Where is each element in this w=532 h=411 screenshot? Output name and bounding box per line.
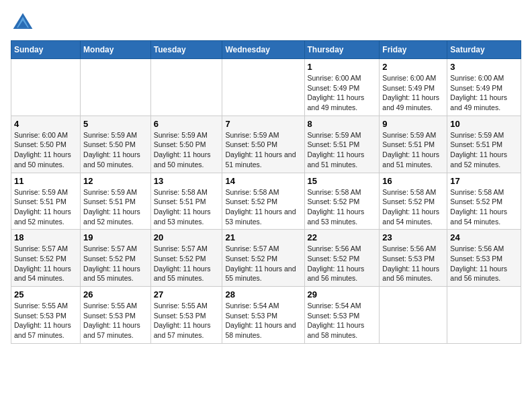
day-info: Sunrise: 5:58 AM Sunset: 5:52 PM Dayligh… [450,187,518,227]
calendar-week-2: 4Sunrise: 6:00 AM Sunset: 5:50 PM Daylig… [11,116,521,173]
day-number: 12 [83,176,148,186]
logo [11,11,39,35]
calendar-cell [447,287,521,344]
header-day-thursday: Thursday [304,41,380,59]
day-info: Sunrise: 5:56 AM Sunset: 5:52 PM Dayligh… [308,244,377,283]
day-number: 5 [83,119,148,129]
header-day-friday: Friday [380,41,447,59]
day-info: Sunrise: 6:00 AM Sunset: 5:50 PM Dayligh… [14,130,77,170]
calendar-cell: 17Sunrise: 5:58 AM Sunset: 5:52 PM Dayli… [447,173,521,230]
day-info: Sunrise: 5:58 AM Sunset: 5:52 PM Dayligh… [382,187,444,227]
day-info: Sunrise: 5:58 AM Sunset: 5:52 PM Dayligh… [308,187,377,227]
calendar-cell: 24Sunrise: 5:56 AM Sunset: 5:53 PM Dayli… [447,230,521,287]
day-number: 20 [154,232,220,242]
day-number: 25 [14,289,77,300]
calendar-cell [81,59,151,116]
day-info: Sunrise: 5:54 AM Sunset: 5:53 PM Dayligh… [225,301,301,340]
calendar-cell: 16Sunrise: 5:58 AM Sunset: 5:52 PM Dayli… [380,173,447,230]
calendar-cell: 6Sunrise: 5:59 AM Sunset: 5:50 PM Daylig… [150,116,222,173]
calendar-cell: 12Sunrise: 5:59 AM Sunset: 5:51 PM Dayli… [81,173,151,230]
day-info: Sunrise: 5:59 AM Sunset: 5:51 PM Dayligh… [14,187,77,227]
calendar-cell: 11Sunrise: 5:59 AM Sunset: 5:51 PM Dayli… [11,173,81,230]
calendar-cell: 5Sunrise: 5:59 AM Sunset: 5:50 PM Daylig… [81,116,151,173]
day-info: Sunrise: 5:59 AM Sunset: 5:50 PM Dayligh… [83,130,148,170]
calendar-cell: 26Sunrise: 5:55 AM Sunset: 5:53 PM Dayli… [81,287,151,344]
calendar-cell: 20Sunrise: 5:57 AM Sunset: 5:52 PM Dayli… [150,230,222,287]
day-info: Sunrise: 5:57 AM Sunset: 5:52 PM Dayligh… [154,244,220,283]
calendar-cell: 29Sunrise: 5:54 AM Sunset: 5:53 PM Dayli… [304,287,380,344]
day-info: Sunrise: 5:55 AM Sunset: 5:53 PM Dayligh… [83,301,148,340]
header-day-monday: Monday [81,41,151,59]
calendar-cell: 15Sunrise: 5:58 AM Sunset: 5:52 PM Dayli… [304,173,380,230]
day-number: 18 [14,232,77,242]
day-info: Sunrise: 5:59 AM Sunset: 5:51 PM Dayligh… [450,130,518,170]
calendar-cell: 28Sunrise: 5:54 AM Sunset: 5:53 PM Dayli… [222,287,304,344]
calendar-week-4: 18Sunrise: 5:57 AM Sunset: 5:52 PM Dayli… [11,230,521,287]
day-number: 13 [154,176,220,186]
day-number: 19 [83,232,148,242]
calendar-cell: 22Sunrise: 5:56 AM Sunset: 5:52 PM Dayli… [304,230,380,287]
day-number: 26 [83,289,148,300]
day-number: 7 [225,119,301,129]
calendar-cell: 9Sunrise: 5:59 AM Sunset: 5:51 PM Daylig… [380,116,447,173]
calendar-cell: 18Sunrise: 5:57 AM Sunset: 5:52 PM Dayli… [11,230,81,287]
day-number: 8 [308,119,377,129]
logo-icon [11,11,35,35]
day-number: 16 [382,176,444,186]
calendar-cell [150,59,222,116]
day-number: 27 [154,289,220,300]
day-number: 10 [450,119,518,129]
calendar-week-1: 1Sunrise: 6:00 AM Sunset: 5:49 PM Daylig… [11,59,521,116]
calendar-cell: 10Sunrise: 5:59 AM Sunset: 5:51 PM Dayli… [447,116,521,173]
day-info: Sunrise: 5:59 AM Sunset: 5:51 PM Dayligh… [308,130,377,170]
header-day-sunday: Sunday [11,41,81,59]
calendar-cell: 4Sunrise: 6:00 AM Sunset: 5:50 PM Daylig… [11,116,81,173]
day-number: 28 [225,289,301,300]
calendar-week-3: 11Sunrise: 5:59 AM Sunset: 5:51 PM Dayli… [11,173,521,230]
calendar-cell: 8Sunrise: 5:59 AM Sunset: 5:51 PM Daylig… [304,116,380,173]
calendar-cell [222,59,304,116]
calendar-header: SundayMondayTuesdayWednesdayThursdayFrid… [11,41,521,59]
day-info: Sunrise: 5:58 AM Sunset: 5:51 PM Dayligh… [154,187,220,227]
day-number: 1 [308,62,377,72]
day-info: Sunrise: 5:59 AM Sunset: 5:51 PM Dayligh… [83,187,148,227]
day-info: Sunrise: 5:59 AM Sunset: 5:50 PM Dayligh… [154,130,220,170]
header-day-tuesday: Tuesday [150,41,222,59]
day-info: Sunrise: 5:59 AM Sunset: 5:50 PM Dayligh… [225,130,301,170]
day-info: Sunrise: 5:55 AM Sunset: 5:53 PM Dayligh… [154,301,220,340]
calendar-week-5: 25Sunrise: 5:55 AM Sunset: 5:53 PM Dayli… [11,287,521,344]
calendar-cell [11,59,81,116]
day-number: 6 [154,119,220,129]
calendar-cell: 19Sunrise: 5:57 AM Sunset: 5:52 PM Dayli… [81,230,151,287]
calendar-body: 1Sunrise: 6:00 AM Sunset: 5:49 PM Daylig… [11,59,521,344]
day-number: 4 [14,119,77,129]
day-number: 23 [382,232,444,242]
day-info: Sunrise: 5:57 AM Sunset: 5:52 PM Dayligh… [83,244,148,283]
calendar-cell: 1Sunrise: 6:00 AM Sunset: 5:49 PM Daylig… [304,59,380,116]
day-number: 21 [225,232,301,242]
day-number: 11 [14,176,77,186]
calendar-cell: 14Sunrise: 5:58 AM Sunset: 5:52 PM Dayli… [222,173,304,230]
day-info: Sunrise: 6:00 AM Sunset: 5:49 PM Dayligh… [450,73,518,113]
day-number: 24 [450,232,518,242]
day-number: 14 [225,176,301,186]
day-info: Sunrise: 5:57 AM Sunset: 5:52 PM Dayligh… [14,244,77,283]
calendar-cell: 2Sunrise: 6:00 AM Sunset: 5:49 PM Daylig… [380,59,447,116]
day-number: 2 [382,62,444,72]
calendar-cell: 27Sunrise: 5:55 AM Sunset: 5:53 PM Dayli… [150,287,222,344]
day-info: Sunrise: 5:58 AM Sunset: 5:52 PM Dayligh… [225,187,301,227]
day-number: 22 [308,232,377,242]
calendar-cell: 25Sunrise: 5:55 AM Sunset: 5:53 PM Dayli… [11,287,81,344]
day-info: Sunrise: 5:56 AM Sunset: 5:53 PM Dayligh… [382,244,444,283]
day-info: Sunrise: 6:00 AM Sunset: 5:49 PM Dayligh… [382,73,444,113]
day-info: Sunrise: 5:56 AM Sunset: 5:53 PM Dayligh… [450,244,518,283]
day-number: 17 [450,176,518,186]
header-day-wednesday: Wednesday [222,41,304,59]
calendar-cell: 13Sunrise: 5:58 AM Sunset: 5:51 PM Dayli… [150,173,222,230]
header-row: SundayMondayTuesdayWednesdayThursdayFrid… [11,41,521,59]
page-header [11,11,521,35]
day-info: Sunrise: 5:54 AM Sunset: 5:53 PM Dayligh… [308,301,377,340]
day-info: Sunrise: 6:00 AM Sunset: 5:49 PM Dayligh… [308,73,377,113]
header-day-saturday: Saturday [447,41,521,59]
day-info: Sunrise: 5:55 AM Sunset: 5:53 PM Dayligh… [14,301,77,340]
